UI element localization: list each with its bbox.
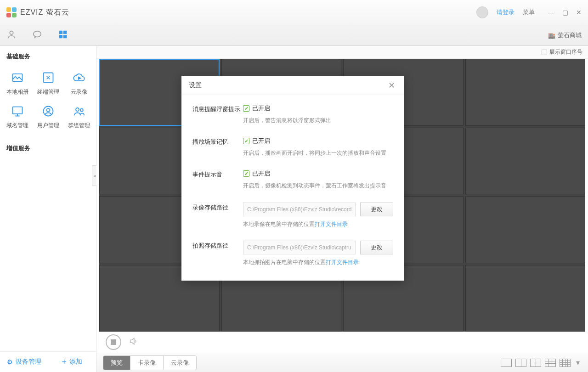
capture-path-change-button[interactable]: 更改 xyxy=(360,241,393,254)
sidebar-section-basic: 基础服务 xyxy=(0,46,96,64)
monitor-icon xyxy=(10,103,25,119)
setting-float-label: 消息提醒浮窗提示 xyxy=(192,104,243,125)
layout-1-button[interactable] xyxy=(501,359,512,367)
setting-sound-state: 已开启 xyxy=(252,169,270,178)
stop-button[interactable] xyxy=(106,334,121,350)
setting-sound-checkbox[interactable] xyxy=(243,170,249,177)
volume-button[interactable] xyxy=(129,336,139,348)
svg-point-11 xyxy=(76,108,79,111)
plus-icon: + xyxy=(62,357,67,367)
users-icon xyxy=(71,103,87,119)
tab-grid[interactable] xyxy=(58,29,68,41)
svg-rect-13 xyxy=(111,339,116,345)
person-icon xyxy=(6,29,17,39)
setting-sound-label: 事件提示音 xyxy=(192,169,243,190)
maximize-button[interactable]: ▢ xyxy=(560,7,571,18)
record-path-desc: 本地录像在电脑中存储的位置 xyxy=(243,221,315,227)
menu-button[interactable]: 菜单 xyxy=(523,8,535,17)
device-manage-label: 设备管理 xyxy=(16,358,41,366)
sidebar-section-valueadd: 增值服务 xyxy=(0,138,96,156)
record-path-open-link[interactable]: 打开文件目录 xyxy=(315,221,348,227)
layout-2-button[interactable] xyxy=(515,359,526,367)
login-link[interactable]: 请登录 xyxy=(497,8,514,17)
setting-float-checkbox[interactable] xyxy=(243,105,249,112)
sidebar-collapse-handle[interactable]: ◂ xyxy=(92,165,96,186)
compass-icon xyxy=(40,70,56,85)
logo-icon xyxy=(6,7,17,17)
layout-16-button[interactable] xyxy=(560,359,571,367)
add-button[interactable]: + 添加 xyxy=(48,352,96,372)
dialog-close-button[interactable]: ✕ xyxy=(386,80,397,91)
setting-scene-checkbox[interactable] xyxy=(243,138,249,144)
sidebar-item-label: 用户管理 xyxy=(37,122,59,130)
mall-label: 萤石商城 xyxy=(558,31,582,39)
avatar[interactable] xyxy=(476,6,488,18)
setting-scene-label: 播放场景记忆 xyxy=(192,137,243,158)
capture-path-input[interactable] xyxy=(243,241,356,254)
svg-rect-5 xyxy=(63,35,67,38)
sidebar-item-label: 群组管理 xyxy=(68,122,90,130)
svg-rect-2 xyxy=(59,31,62,34)
image-icon xyxy=(10,70,25,85)
video-cell[interactable] xyxy=(465,265,586,332)
gear-icon: ⚙ xyxy=(7,358,13,366)
minimize-button[interactable]: — xyxy=(546,7,557,18)
show-index-checkbox[interactable] xyxy=(542,50,547,55)
layout-9-button[interactable] xyxy=(545,359,556,367)
sidebar-item-cloud-record[interactable]: 云录像 xyxy=(63,66,94,100)
video-cell[interactable] xyxy=(465,128,586,195)
svg-point-0 xyxy=(10,31,13,34)
bottombar: 预览 卡录像 云录像 ▾ xyxy=(96,353,588,372)
sidebar-item-terminal[interactable]: 终端管理 xyxy=(33,66,63,100)
capture-path-desc: 本地抓拍图片在电脑中存储的位置 xyxy=(243,259,326,265)
setting-scene-state: 已开启 xyxy=(252,137,270,145)
sidebar-item-label: 域名管理 xyxy=(6,122,28,130)
setting-float-state: 已开启 xyxy=(252,104,270,113)
capture-path-open-link[interactable]: 打开文件目录 xyxy=(326,259,359,265)
sidebar-item-domain[interactable]: 域名管理 xyxy=(2,100,33,133)
toolbar: 🏬 萤石商城 xyxy=(0,25,588,46)
record-path-change-button[interactable]: 更改 xyxy=(360,203,393,216)
setting-capture-path-label: 拍照存储路径 xyxy=(192,241,243,267)
chat-icon xyxy=(32,29,42,39)
grid-icon xyxy=(58,29,68,39)
setting-record-path-label: 录像存储路径 xyxy=(192,203,243,229)
app-logo: EZVIZ 萤石云 xyxy=(6,7,69,17)
dialog-title: 设置 xyxy=(189,81,202,90)
shop-icon: 🏬 xyxy=(548,32,555,39)
close-button[interactable]: ✕ xyxy=(573,7,584,18)
play-controls xyxy=(96,332,588,353)
sidebar-item-user[interactable]: 用户管理 xyxy=(33,100,63,133)
add-label: 添加 xyxy=(69,358,82,366)
svg-rect-8 xyxy=(12,107,22,114)
user-icon xyxy=(40,103,56,119)
tab-preview[interactable]: 预览 xyxy=(103,356,130,370)
titlebar: EZVIZ 萤石云 请登录 菜单 — ▢ ✕ xyxy=(0,0,588,25)
sidebar: 基础服务 本地相册 终端管理 云录像 域名管理 用户管理 xyxy=(0,46,96,372)
tab-contacts[interactable] xyxy=(6,29,17,41)
settings-dialog: 设置 ✕ 消息提醒浮窗提示 已开启 开启后，警告消息将以浮窗形式弹出 播放场景记… xyxy=(181,76,404,281)
setting-float-desc: 开启后，警告消息将以浮窗形式弹出 xyxy=(243,116,393,125)
app-title: EZVIZ 萤石云 xyxy=(20,8,69,17)
mall-link[interactable]: 🏬 萤石商城 xyxy=(548,31,582,39)
svg-rect-4 xyxy=(59,35,62,38)
sidebar-item-label: 本地相册 xyxy=(6,88,28,96)
svg-point-1 xyxy=(34,31,41,37)
device-manage-button[interactable]: ⚙ 设备管理 xyxy=(0,352,48,372)
show-index-label: 展示窗口序号 xyxy=(549,48,582,56)
sidebar-item-group[interactable]: 群组管理 xyxy=(63,100,94,133)
record-path-input[interactable] xyxy=(243,203,356,216)
tab-cloud-record[interactable]: 云录像 xyxy=(164,356,196,370)
video-cell[interactable] xyxy=(465,59,586,126)
tab-card-record[interactable]: 卡录像 xyxy=(130,356,164,370)
svg-rect-3 xyxy=(63,31,67,34)
layout-4-button[interactable] xyxy=(530,359,541,367)
layout-more-button[interactable]: ▾ xyxy=(574,359,582,367)
sidebar-item-local-album[interactable]: 本地相册 xyxy=(2,66,33,100)
svg-point-12 xyxy=(80,109,83,112)
video-cell[interactable] xyxy=(465,196,586,263)
tab-messages[interactable] xyxy=(32,29,42,41)
cloud-play-icon xyxy=(71,70,87,85)
setting-sound-desc: 开启后，摄像机检测到动态事件，萤石工作室将发出提示音 xyxy=(243,181,393,190)
setting-scene-desc: 开启后，播放画面开启时，将同步上一次的播放和声音设置 xyxy=(243,149,393,158)
